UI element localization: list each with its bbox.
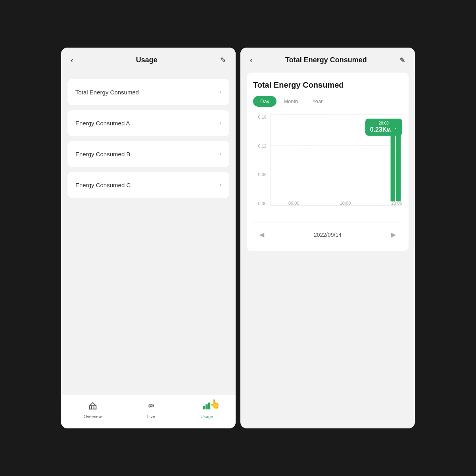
right-panel: ‹ Total Energy Consumed ✎ Total Energy C… — [240, 48, 415, 428]
x-axis: 00:00 10:00 20:00 — [288, 201, 402, 205]
nav-usage-label: Usage — [200, 414, 213, 419]
left-header: ‹ Usage ✎ — [61, 48, 236, 73]
nav-item-usage[interactable]: Usage 👆 — [200, 401, 213, 419]
menu-item-label: Energy Consumed B — [75, 151, 130, 157]
menu-item-energy-a[interactable]: Energy Consumed A › — [67, 110, 229, 136]
nav-item-overview[interactable]: Overview — [84, 401, 102, 419]
tab-month[interactable]: Month — [276, 96, 305, 107]
chevron-right-icon: › — [219, 88, 221, 96]
live-icon — [147, 401, 155, 413]
svg-rect-2 — [203, 407, 205, 409]
menu-list: Total Energy Consumed › Energy Consumed … — [61, 73, 236, 395]
y-label-1: 0.06 — [253, 172, 269, 177]
left-title: Usage — [73, 56, 220, 64]
menu-item-label: Total Energy Consumed — [75, 89, 139, 96]
chevron-right-icon: › — [219, 150, 221, 157]
svg-rect-6 — [396, 127, 401, 201]
time-tabs: Day Month Year — [253, 96, 402, 107]
svg-rect-3 — [206, 405, 208, 409]
menu-item-energy-c[interactable]: Energy Consumed C › — [67, 172, 229, 198]
y-label-2: 0.12 — [253, 144, 269, 148]
nav-live-label: Live — [147, 414, 155, 419]
chart-bars — [271, 115, 402, 205]
chart-section: Total Energy Consumed Day Month Year 0.0… — [247, 73, 409, 251]
screens-container: ‹ Usage ✎ Total Energy Consumed › Energy… — [45, 32, 431, 444]
nav-item-live[interactable]: Live — [147, 401, 155, 419]
left-edit-button[interactable]: ✎ — [220, 56, 226, 65]
cursor-hand-icon: 👆 — [209, 399, 220, 409]
menu-item-total-energy[interactable]: Total Energy Consumed › — [67, 79, 229, 105]
home-icon — [88, 401, 97, 413]
tab-day[interactable]: Day — [253, 96, 276, 107]
x-label-1: 10:00 — [340, 201, 351, 205]
right-back-button[interactable]: ‹ — [250, 56, 253, 65]
nav-overview-label: Overview — [84, 414, 102, 419]
date-prev-button[interactable]: ◀ — [256, 229, 267, 240]
chevron-right-icon: › — [219, 119, 221, 127]
x-label-2: 20:00 — [391, 201, 402, 205]
svg-rect-0 — [89, 406, 96, 409]
bottom-nav: Overview Live — [61, 395, 236, 428]
chart-main-title: Total Energy Consumed — [253, 81, 402, 90]
y-label-0: 0.00 — [253, 201, 269, 206]
y-label-3: 0.18 — [253, 115, 269, 119]
menu-item-energy-b[interactable]: Energy Consumed B › — [67, 141, 229, 167]
right-title: Total Energy Consumed — [253, 56, 399, 64]
right-edit-button[interactable]: ✎ — [399, 56, 405, 65]
x-label-0: 00:00 — [288, 201, 299, 205]
y-axis: 0.00 0.06 0.12 0.18 — [253, 115, 269, 206]
chevron-right-icon: › — [219, 181, 221, 188]
menu-item-label: Energy Consumed C — [75, 182, 131, 188]
chart-plot: 20:00 0.23Kw·h 00:00 10:00 20:00 — [271, 115, 402, 206]
right-header: ‹ Total Energy Consumed ✎ — [240, 48, 415, 73]
date-nav: ◀ 2022/09/14 ▶ — [253, 223, 402, 243]
date-next-button[interactable]: ▶ — [388, 229, 399, 240]
date-label: 2022/09/14 — [314, 232, 342, 238]
left-back-button[interactable]: ‹ — [71, 56, 73, 65]
svg-point-1 — [150, 405, 152, 407]
left-panel: ‹ Usage ✎ Total Energy Consumed › Energy… — [61, 48, 236, 428]
tab-year[interactable]: Year — [305, 96, 330, 107]
chart-area: 0.00 0.06 0.12 0.18 20:00 0.23Kw·h — [253, 115, 402, 218]
svg-rect-5 — [391, 119, 395, 201]
menu-item-label: Energy Consumed A — [75, 120, 130, 127]
